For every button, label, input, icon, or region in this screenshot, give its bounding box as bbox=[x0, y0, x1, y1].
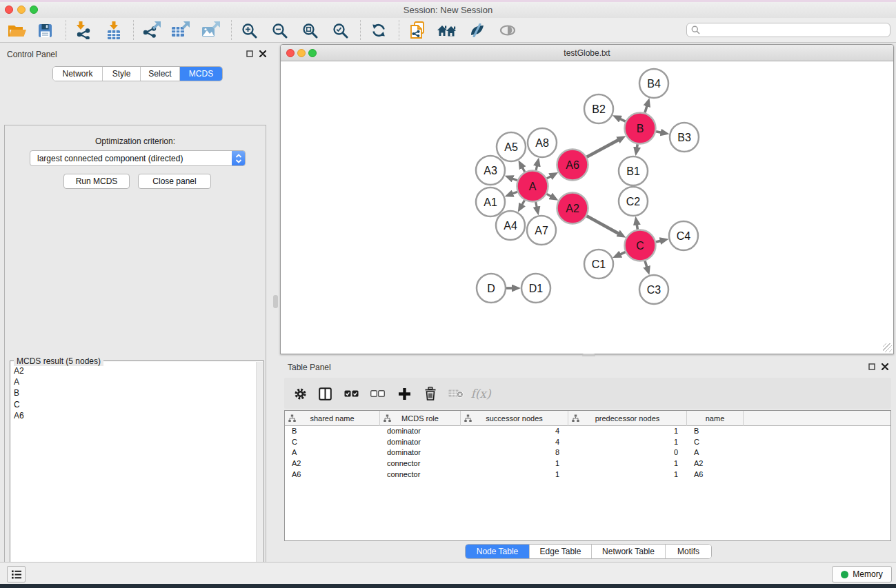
maximize-window-button[interactable] bbox=[30, 6, 38, 14]
table-cell[interactable]: connector bbox=[380, 458, 461, 469]
table-cell[interactable]: 1 bbox=[568, 437, 687, 448]
graph-edge-C-C2[interactable] bbox=[637, 225, 637, 230]
memory-button[interactable]: Memory bbox=[832, 566, 892, 582]
result-item[interactable]: A2 bbox=[11, 365, 254, 376]
graph-node-A8[interactable]: A8 bbox=[528, 128, 557, 157]
table-cell[interactable]: A2 bbox=[687, 458, 744, 469]
graph-node-C4[interactable]: C4 bbox=[669, 221, 698, 250]
table-cell[interactable]: 1 bbox=[568, 458, 687, 469]
result-item[interactable]: A bbox=[11, 376, 254, 387]
graph-node-A2[interactable]: A2 bbox=[557, 193, 588, 224]
graph-edge-A-A5[interactable] bbox=[522, 168, 525, 172]
network-minimize-button[interactable] bbox=[297, 49, 306, 57]
export-table-button[interactable] bbox=[169, 20, 192, 41]
delete-table-button[interactable] bbox=[446, 385, 466, 402]
network-close-button[interactable] bbox=[286, 49, 295, 57]
graph-edge-C-C1[interactable] bbox=[620, 252, 626, 254]
graph-node-B3[interactable]: B3 bbox=[670, 123, 699, 152]
graph-edge-A-A3[interactable] bbox=[512, 179, 517, 181]
network-maximize-button[interactable] bbox=[308, 49, 317, 57]
float-panel-button[interactable] bbox=[246, 50, 254, 58]
graph-edge-A2-C[interactable] bbox=[587, 216, 619, 234]
table-cell[interactable]: 1 bbox=[461, 469, 568, 480]
tab-network[interactable]: Network bbox=[53, 67, 103, 81]
tab-select[interactable]: Select bbox=[141, 67, 180, 81]
show-columns-button[interactable] bbox=[315, 385, 335, 402]
search-field[interactable] bbox=[686, 23, 890, 37]
graph-node-C1[interactable]: C1 bbox=[584, 250, 613, 278]
column-header-successor-nodes[interactable]: successor nodes bbox=[461, 411, 568, 426]
graph-node-D[interactable]: D bbox=[477, 274, 506, 303]
open-file-button[interactable] bbox=[6, 20, 29, 41]
graph-edge-A6-B[interactable] bbox=[587, 140, 619, 157]
column-header-predecessor-nodes[interactable]: predecessor nodes bbox=[568, 411, 687, 426]
table-row[interactable]: Adominator80A bbox=[285, 447, 890, 458]
table-cell[interactable]: dominator bbox=[380, 426, 461, 437]
run-mcds-button[interactable]: Run MCDS bbox=[63, 174, 130, 189]
graph-edge-B-B3[interactable] bbox=[656, 132, 661, 133]
import-table-button[interactable] bbox=[102, 20, 126, 41]
table-cell[interactable]: A bbox=[285, 447, 380, 458]
table-cell[interactable]: 1 bbox=[568, 469, 687, 480]
graph-edge-B-B1[interactable] bbox=[637, 144, 637, 148]
zoom-fit-button[interactable] bbox=[298, 20, 321, 41]
graph-node-A3[interactable]: A3 bbox=[476, 156, 505, 185]
graph-node-A[interactable]: A bbox=[517, 171, 548, 202]
graph-node-B1[interactable]: B1 bbox=[619, 156, 648, 185]
export-network-button[interactable] bbox=[140, 20, 163, 41]
resize-gripper[interactable] bbox=[883, 343, 892, 352]
tab-network-table[interactable]: Network Table bbox=[592, 545, 666, 558]
zoom-out-button[interactable] bbox=[268, 20, 291, 41]
optimization-criterion-dropdown[interactable]: largest connected component (directed) bbox=[30, 150, 246, 166]
result-item[interactable]: A6 bbox=[11, 410, 254, 421]
table-options-button[interactable] bbox=[290, 385, 310, 402]
delete-row-button[interactable] bbox=[420, 385, 441, 402]
table-float-panel-button[interactable] bbox=[868, 363, 876, 371]
unselect-all-columns-button[interactable] bbox=[367, 385, 388, 402]
table-cell[interactable]: B bbox=[285, 426, 380, 437]
graph-node-B2[interactable]: B2 bbox=[584, 94, 613, 123]
show-panel-list-button[interactable] bbox=[7, 566, 26, 582]
table-row[interactable]: A6connector11A6 bbox=[285, 469, 890, 480]
zoom-in-button[interactable] bbox=[237, 20, 261, 41]
network-window-titlebar[interactable]: testGlobe.txt bbox=[281, 45, 893, 61]
graph-node-C3[interactable]: C3 bbox=[639, 275, 668, 304]
graph-node-B[interactable]: B bbox=[625, 113, 656, 144]
table-cell[interactable]: A2 bbox=[285, 458, 380, 469]
graph-edge-A-A2[interactable] bbox=[547, 194, 551, 196]
first-neighbors-button[interactable] bbox=[435, 20, 459, 41]
table-cell[interactable]: C bbox=[687, 437, 744, 448]
graph-edge-B-B2[interactable] bbox=[620, 119, 626, 121]
vertical-splitter-handle[interactable] bbox=[273, 295, 278, 308]
graph-edge-B-B4[interactable] bbox=[645, 105, 647, 112]
table-cell[interactable]: A bbox=[687, 447, 744, 458]
import-network-button[interactable] bbox=[72, 20, 95, 41]
table-row[interactable]: Cdominator41C bbox=[285, 437, 890, 448]
graph-node-B4[interactable]: B4 bbox=[639, 69, 668, 98]
column-header-MCDS-role[interactable]: MCDS role bbox=[380, 411, 461, 426]
graph-edge-A-A8[interactable] bbox=[536, 165, 537, 170]
result-item[interactable]: C bbox=[11, 399, 254, 410]
table-row[interactable]: A2connector11A2 bbox=[285, 458, 890, 469]
network-graph-canvas[interactable]: B4B2BB3A8A5A6B1A3AA1C2A2A4A7C4CC1C3DD1 bbox=[281, 61, 893, 356]
close-panel-button[interactable] bbox=[259, 50, 267, 58]
graph-node-A5[interactable]: A5 bbox=[497, 132, 526, 161]
new-network-from-selection-button[interactable] bbox=[406, 20, 430, 41]
tab-motifs[interactable]: Motifs bbox=[666, 545, 711, 558]
tab-style[interactable]: Style bbox=[103, 67, 141, 81]
tab-edge-table[interactable]: Edge Table bbox=[530, 545, 592, 558]
table-cell[interactable]: 1 bbox=[568, 426, 687, 437]
save-session-button[interactable] bbox=[33, 20, 57, 41]
hide-graphics-details-button[interactable] bbox=[496, 20, 519, 41]
table-cell[interactable]: 4 bbox=[461, 437, 568, 448]
graph-node-A4[interactable]: A4 bbox=[496, 211, 525, 240]
table-cell[interactable]: 1 bbox=[461, 458, 568, 469]
search-input[interactable] bbox=[703, 26, 890, 35]
table-cell[interactable]: connector bbox=[380, 469, 461, 480]
column-header-shared-name[interactable]: shared name bbox=[285, 411, 380, 426]
show-graphics-details-button[interactable] bbox=[466, 20, 489, 41]
result-list-scrollbar[interactable] bbox=[256, 362, 263, 588]
table-cell[interactable]: A6 bbox=[687, 469, 744, 480]
graph-node-A7[interactable]: A7 bbox=[527, 216, 556, 245]
table-cell[interactable]: A6 bbox=[285, 469, 380, 480]
